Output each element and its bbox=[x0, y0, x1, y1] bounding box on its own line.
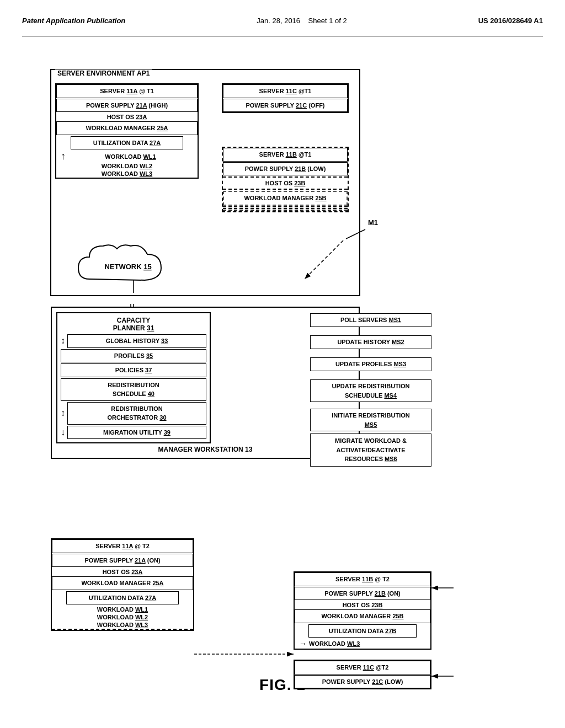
redistribution-orch-box: REDISTRIBUTIONORCHESTRATOR 30 bbox=[67, 402, 206, 425]
server-11c-t1-box: SERVER 11C @T1 POWER SUPPLY 21C (OFF) bbox=[222, 83, 349, 113]
header-sheet: Sheet 1 of 2 bbox=[308, 17, 347, 25]
server-11b-t2-box: SERVER 11B @ T2 POWER SUPPLY 21B (ON) HO… bbox=[294, 571, 431, 650]
server-11c-t2-box: SERVER 11C @T2 POWER SUPPLY 21C (LOW) bbox=[294, 660, 431, 689]
server-11a-t2-wm: WORKLOAD MANAGER 25A bbox=[52, 576, 193, 590]
update-history-box: UPDATE HISTORY MS2 bbox=[310, 335, 431, 349]
server-11a-t1-power: POWER SUPPLY 21A (HIGH) bbox=[56, 99, 198, 113]
server-11b-t2-util: UTILIZATION DATA 27B bbox=[308, 624, 417, 638]
header-right: US 2016/028649 A1 bbox=[478, 17, 543, 25]
update-redistribution-box: UPDATE REDISTRIBUTIONSCHEUDULE MS4 bbox=[310, 379, 431, 402]
server-11b-t1-wm: WORKLOAD MANAGER 25B bbox=[223, 191, 348, 206]
server-11a-t2-box: SERVER 11A @ T2 POWER SUPPLY 21A (ON) HO… bbox=[51, 538, 194, 631]
server-11a-t2-wl3: WORKLOAD WL3 bbox=[52, 621, 193, 630]
server-11a-t1-host: HOST OS 23A bbox=[56, 113, 198, 121]
diagram-area: SERVER ENVIRONMENT AP1 SERVER 11A @ T1 P… bbox=[23, 53, 542, 660]
server-11b-t2-host: HOST OS 23B bbox=[295, 601, 430, 609]
initiate-redistribution-box: INITIATE REDISTRIBUTIONMS5 bbox=[310, 409, 431, 431]
server-11a-t2-wl2: WORKLOAD WL2 bbox=[52, 613, 193, 621]
server-11b-t1-box: SERVER 11B @T1 POWER SUPPLY 21B (LOW) HO… bbox=[222, 147, 349, 212]
server-11c-t1-title: SERVER 11C @T1 bbox=[223, 84, 348, 98]
server-11b-t2-wl3: WORKLOAD WL3 bbox=[309, 640, 360, 647]
server-11a-t2-power: POWER SUPPLY 21A (ON) bbox=[52, 554, 193, 568]
server-11a-t1-box: SERVER 11A @ T1 POWER SUPPLY 21A (HIGH) … bbox=[55, 83, 199, 179]
header-center: Jan. 28, 2016 Sheet 1 of 2 bbox=[257, 17, 347, 25]
server-11b-t1-host: HOST OS 23B bbox=[223, 179, 348, 188]
server-11a-t2-util: UTILIZATION DATA 27A bbox=[66, 591, 179, 605]
migration-utility-box: MIGRATION UTILITY 39 bbox=[67, 426, 206, 440]
header-left: Patent Application Publication bbox=[22, 17, 125, 25]
server-11a-t1-util: UTILIZATION DATA 27A bbox=[71, 136, 184, 150]
server-11a-t2-title: SERVER 11A @ T2 bbox=[52, 539, 193, 553]
page: Patent Application Publication Jan. 28, … bbox=[0, 0, 565, 728]
server-11b-t2-power: POWER SUPPLY 21B (ON) bbox=[295, 587, 430, 601]
server-11b-t2-wm: WORKLOAD MANAGER 25B bbox=[295, 609, 430, 623]
server-11b-t1-title: SERVER 11B @T1 bbox=[223, 148, 348, 162]
server-11c-t2-power: POWER SUPPLY 21C (LOW) bbox=[295, 675, 430, 689]
server-11a-t1-wm: WORKLOAD MANAGER 25A bbox=[56, 121, 198, 135]
update-profiles-box: UPDATE PROFILES MS3 bbox=[310, 357, 431, 371]
m1-label: M1 bbox=[368, 218, 378, 227]
server-11a-t1-wl3: WORKLOAD WL3 bbox=[56, 170, 198, 178]
server-11a-t1-title: SERVER 11A @ T1 bbox=[56, 84, 198, 98]
capacity-planner-label: CAPACITYPLANNER 31 bbox=[61, 317, 206, 332]
server-11c-t1-power: POWER SUPPLY 21C (OFF) bbox=[223, 99, 348, 113]
server-11a-t2-wl1: WORKLOAD WL1 bbox=[52, 606, 193, 613]
svg-text:NETWORK 15: NETWORK 15 bbox=[104, 263, 151, 271]
network-cloud: NETWORK 15 bbox=[73, 240, 183, 296]
svg-line-13 bbox=[346, 229, 365, 239]
server-11a-t2-host: HOST OS 23A bbox=[52, 568, 193, 576]
svg-line-12 bbox=[305, 240, 343, 279]
policies-box: POLICIES 37 bbox=[61, 363, 206, 377]
manager-workstation-label: MANAGER WORKSTATION 13 bbox=[56, 446, 354, 453]
migrate-workload-box: MIGRATE WORKLOAD &ACTIVATE/DEACTIVATERES… bbox=[310, 433, 431, 467]
global-history-box: GLOBAL HISTORY 33 bbox=[67, 334, 206, 348]
server-11b-t2-title: SERVER 11B @ T2 bbox=[295, 572, 430, 586]
server-11c-t2-title: SERVER 11C @T2 bbox=[295, 661, 430, 675]
capacity-planner-box: CAPACITYPLANNER 31 ↕ GLOBAL HISTORY 33 P… bbox=[56, 312, 211, 443]
poll-servers-box: POLL SERVERS MS1 bbox=[310, 313, 431, 327]
profiles-box: PROFILES 35 bbox=[61, 349, 206, 363]
server-11a-t1-wl2: WORKLOAD WL2 bbox=[56, 162, 198, 170]
fig-label: FIG. 1 bbox=[22, 676, 543, 694]
redistribution-sched-box: REDISTRIBUTIONSCHEDULE 40 bbox=[61, 378, 206, 401]
header-date: Jan. 28, 2016 bbox=[257, 17, 300, 25]
server-env-label: SERVER ENVIRONMENT AP1 bbox=[55, 69, 152, 77]
header: Patent Application Publication Jan. 28, … bbox=[22, 11, 543, 36]
server-11b-t1-power: POWER SUPPLY 21B (LOW) bbox=[223, 162, 348, 176]
